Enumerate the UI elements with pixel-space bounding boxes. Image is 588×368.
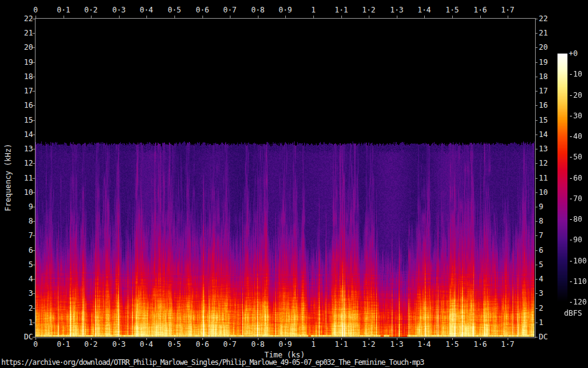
x-tick-label: 0·9 [273, 340, 298, 349]
x-tick-label: 1 [301, 340, 326, 349]
y-tick-label: 14 [12, 130, 33, 139]
y-tick-label: 8 [12, 217, 33, 225]
axis-tick [535, 163, 538, 164]
axis-tick [64, 16, 64, 18]
x-tick-label: 0·1 [51, 340, 76, 349]
axis-tick [146, 16, 147, 18]
axis-tick [36, 16, 36, 18]
x-tick-label: 1 [301, 6, 326, 14]
colorbar-tick-label: -20 [569, 91, 588, 100]
axis-tick [313, 16, 314, 18]
axis-tick [535, 323, 538, 323]
axis-tick [535, 91, 538, 92]
y-tick-label: 11 [12, 174, 33, 182]
axis-tick [535, 77, 538, 77]
colorbar-unit-label: dBFS [556, 309, 588, 318]
colorbar-tick-label: -70 [569, 194, 588, 203]
colorbar-tick-label: -100 [569, 257, 588, 265]
x-tick-label: 0·6 [190, 340, 215, 349]
x-tick-label: 0 [23, 340, 48, 349]
y-tick-label: 22 [539, 14, 564, 23]
x-tick-label: 0·5 [162, 340, 187, 349]
axis-tick [535, 308, 538, 309]
x-tick-label: 1·7 [495, 340, 520, 349]
y-tick-label: 5 [12, 260, 33, 269]
colorbar-gradient [557, 54, 567, 302]
x-tick-label: 0·7 [217, 6, 242, 14]
axis-tick [535, 134, 538, 135]
colorbar-tick-label: -90 [569, 235, 588, 244]
x-tick-label: 0·2 [78, 6, 103, 14]
y-tick-label: 22 [12, 14, 33, 23]
axis-tick [535, 149, 538, 149]
axis-tick [369, 16, 369, 18]
spectrogram-screen: 00·10·20·30·40·50·60·70·80·911·11·21·31·… [0, 0, 588, 368]
colorbar-tick-label: -10 [569, 70, 588, 78]
x-tick-label: 1·2 [356, 340, 381, 349]
y-tick-label: 16 [12, 101, 33, 110]
x-tick-label: 0·4 [134, 340, 159, 349]
axis-tick [535, 120, 538, 121]
x-tick-label: 1·2 [356, 6, 381, 14]
x-tick-label: 1·7 [495, 6, 520, 14]
axis-tick [535, 207, 538, 207]
y-tick-label: 21 [12, 29, 33, 37]
axis-tick [119, 16, 120, 18]
x-tick-label: 1·4 [412, 6, 437, 14]
colorbar-tick-label: +0 [569, 49, 588, 58]
colorbar-tick-label: -60 [569, 174, 588, 182]
y-tick-label: 19 [12, 58, 33, 67]
axis-tick [535, 265, 538, 265]
axis-tick [397, 16, 397, 18]
x-tick-label: 1·3 [384, 340, 409, 349]
y-tick-label: 20 [539, 43, 564, 52]
y-tick-label: DC [539, 333, 564, 341]
y-tick-label: 4 [12, 275, 33, 283]
colorbar-tick-label: -50 [569, 153, 588, 161]
x-tick-label: 1·3 [384, 6, 409, 14]
axis-tick [285, 16, 286, 18]
y-tick-label: 18 [12, 72, 33, 81]
axis-tick [535, 19, 538, 19]
x-tick-label: 0·7 [217, 340, 242, 349]
y-tick-label: 9 [12, 202, 33, 211]
x-tick-label: 0·4 [134, 6, 159, 14]
axis-tick [535, 62, 538, 63]
axis-tick [535, 178, 538, 179]
y-tick-label: 1 [539, 318, 564, 327]
axis-tick [535, 33, 538, 34]
axis-tick [535, 105, 538, 106]
source-url: https://archive·org/download/OTRR_Philip… [1, 358, 424, 367]
spectrogram-plot [36, 19, 534, 337]
axis-tick [535, 235, 538, 236]
colorbar-tick-label: -40 [569, 132, 588, 141]
axis-tick [480, 16, 481, 18]
axis-tick [202, 16, 203, 18]
axis-tick [535, 47, 538, 48]
x-tick-label: 1·4 [412, 340, 437, 349]
axis-tick [424, 16, 425, 18]
x-tick-label: 1·1 [329, 340, 354, 349]
y-tick-label: 6 [12, 246, 33, 255]
y-tick-label: 2 [12, 304, 33, 313]
x-tick-label: 0·2 [78, 340, 103, 349]
axis-tick [91, 16, 92, 18]
x-tick-label: 0·9 [273, 6, 298, 14]
x-tick-label: 0·3 [107, 6, 131, 14]
colorbar-tick-label: -80 [569, 215, 588, 224]
y-tick-label: 13 [12, 144, 33, 153]
axis-tick [258, 16, 258, 18]
y-tick-label: DC [12, 333, 33, 341]
axis-tick [535, 293, 538, 294]
x-tick-label: 0·8 [245, 340, 270, 349]
axis-tick [535, 250, 538, 251]
axis-tick [508, 16, 508, 18]
x-tick-label: 1·6 [468, 340, 493, 349]
x-tick-label: 1·6 [468, 6, 493, 14]
y-tick-label: 7 [12, 231, 33, 240]
y-tick-label: 15 [12, 116, 33, 125]
axis-tick [174, 16, 175, 18]
y-tick-label: 21 [539, 29, 564, 37]
x-tick-label: 1·5 [440, 340, 465, 349]
axis-tick [535, 279, 538, 280]
